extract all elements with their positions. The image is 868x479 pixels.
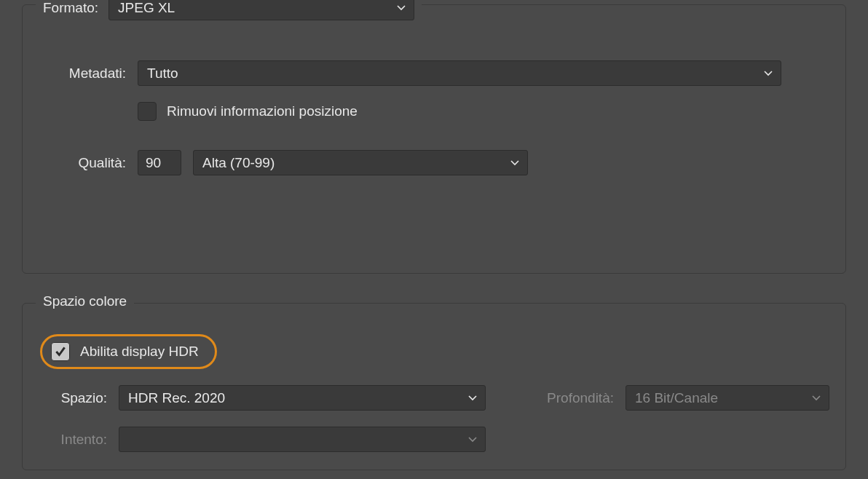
quality-label: Qualità: bbox=[44, 155, 126, 171]
space-dropdown-value: HDR Rec. 2020 bbox=[128, 390, 225, 406]
format-fieldset: Formato: JPEG XL Metadati: Tutto Rimuovi… bbox=[22, 4, 846, 274]
remove-position-checkbox[interactable] bbox=[138, 102, 157, 121]
quality-preset-dropdown[interactable]: Alta (70-99) bbox=[193, 150, 528, 175]
quality-preset-value: Alta (70-99) bbox=[202, 155, 275, 171]
intent-dropdown[interactable] bbox=[119, 427, 486, 452]
metadata-row: Metadati: Tutto bbox=[44, 60, 831, 86]
format-dropdown-value: JPEG XL bbox=[118, 0, 175, 16]
chevron-down-icon bbox=[510, 159, 520, 167]
enable-hdr-label: Abilita display HDR bbox=[80, 344, 199, 360]
chevron-down-icon bbox=[811, 395, 821, 402]
depth-label: Profondità: bbox=[512, 390, 614, 406]
quality-input-value: 90 bbox=[146, 155, 161, 171]
quality-input[interactable]: 90 bbox=[138, 150, 181, 175]
color-space-fieldset: Spazio colore Abilita display HDR Spazio… bbox=[22, 303, 846, 470]
quality-row: Qualità: 90 Alta (70-99) bbox=[44, 150, 831, 175]
space-label: Spazio: bbox=[44, 390, 107, 406]
depth-dropdown-value: 16 Bit/Canale bbox=[635, 390, 718, 406]
intent-label: Intento: bbox=[44, 432, 107, 448]
color-space-legend: Spazio colore bbox=[36, 293, 134, 309]
remove-position-label: Rimuovi informazioni posizione bbox=[167, 103, 358, 119]
enable-hdr-checkbox-row[interactable]: Abilita display HDR bbox=[51, 342, 199, 361]
depth-dropdown[interactable]: 16 Bit/Canale bbox=[626, 385, 829, 411]
enable-hdr-checkbox[interactable] bbox=[51, 342, 70, 361]
format-dropdown[interactable]: JPEG XL bbox=[108, 0, 414, 20]
format-legend: Formato: JPEG XL bbox=[36, 0, 422, 20]
metadata-dropdown[interactable]: Tutto bbox=[138, 60, 781, 86]
chevron-down-icon bbox=[396, 4, 406, 12]
metadata-label: Metadati: bbox=[44, 66, 126, 82]
chevron-down-icon bbox=[467, 395, 478, 402]
chevron-down-icon bbox=[467, 436, 478, 443]
remove-position-checkbox-row[interactable]: Rimuovi informazioni posizione bbox=[138, 102, 358, 121]
metadata-dropdown-value: Tutto bbox=[147, 66, 178, 82]
enable-hdr-highlight: Abilita display HDR bbox=[40, 334, 217, 369]
remove-position-row: Rimuovi informazioni posizione bbox=[138, 102, 831, 121]
intent-row: Intento: bbox=[44, 427, 831, 452]
space-depth-row: Spazio: HDR Rec. 2020 Profondità: 16 Bit… bbox=[44, 385, 831, 411]
space-dropdown[interactable]: HDR Rec. 2020 bbox=[119, 385, 486, 411]
format-legend-label: Formato: bbox=[43, 0, 98, 16]
color-space-legend-label: Spazio colore bbox=[43, 293, 127, 309]
chevron-down-icon bbox=[763, 70, 773, 77]
